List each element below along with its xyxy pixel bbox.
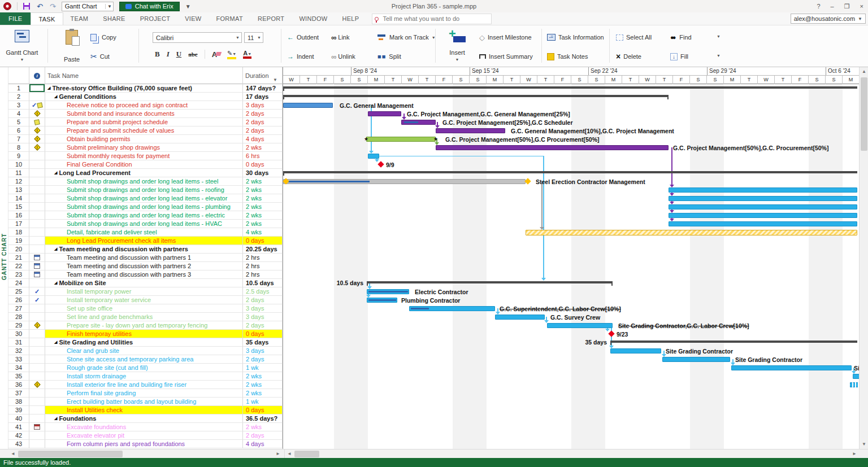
menu-tab-report[interactable]: REPORT <box>250 12 292 25</box>
indicator-cell[interactable] <box>29 177 45 186</box>
milestone-diamond[interactable] <box>524 178 531 184</box>
indicator-cell[interactable] <box>29 423 45 431</box>
duration-cell[interactable]: 2 wks <box>243 194 283 203</box>
row-number[interactable]: 38 <box>8 398 29 406</box>
scroll-down-icon[interactable]: ▼ <box>860 440 868 449</box>
indicator-cell[interactable] <box>29 169 45 177</box>
find-dropdown-arrow[interactable]: ▼ <box>717 34 721 38</box>
duration-cell[interactable]: 1 wk <box>243 398 283 406</box>
copy-button[interactable]: Copy <box>90 31 116 43</box>
task-name-cell[interactable]: Submit shop drawings and order long lead… <box>45 186 243 194</box>
milestone-diamond[interactable] <box>377 161 384 167</box>
row-number[interactable]: 43 <box>8 440 29 448</box>
duration-cell[interactable]: 2 wks <box>243 372 283 381</box>
indicator-cell[interactable]: ! <box>29 143 45 152</box>
menu-tab-team[interactable]: TEAM <box>63 12 96 25</box>
task-name-cell[interactable]: ◢Mobilize on Site <box>45 279 243 287</box>
indicator-cell[interactable] <box>29 364 45 372</box>
find-button[interactable]: ●●Find <box>670 31 692 43</box>
task-name-cell[interactable]: Detail, fabricate and deliver steel <box>45 228 243 237</box>
duration-cell[interactable]: 2 wks <box>243 203 283 211</box>
duration-cell[interactable]: 20.25 days <box>243 245 283 254</box>
row-number[interactable]: 41 <box>8 423 29 431</box>
indicator-cell[interactable] <box>29 372 45 381</box>
header-task-name[interactable]: Task Name ▼ <box>45 67 243 84</box>
indicator-cell[interactable] <box>29 355 45 364</box>
row-number[interactable]: 20 <box>8 245 29 254</box>
duration-cell[interactable]: 36.5 days? <box>243 414 283 423</box>
menu-tab-window[interactable]: WINDOW <box>292 12 335 25</box>
task-bar[interactable] <box>368 154 379 159</box>
duration-cell[interactable]: 2 hrs <box>243 270 283 279</box>
task-name-cell[interactable]: Clear and grub site <box>45 347 243 355</box>
task-bar[interactable] <box>853 374 859 379</box>
menu-tab-project[interactable]: PROJECT <box>133 12 177 25</box>
vertical-scrollbar[interactable]: ▲ ▼ <box>859 67 868 449</box>
row-number[interactable]: 19 <box>8 237 29 245</box>
gantt-chart-view-button[interactable]: Gantt Chart▼ <box>5 28 40 64</box>
indicator-cell[interactable] <box>29 389 45 398</box>
row-number[interactable]: 12 <box>8 177 29 186</box>
scroll-right-icon[interactable]: ► <box>850 449 859 459</box>
indicator-cell[interactable] <box>29 93 45 101</box>
duration-cell[interactable]: 1 wk <box>243 364 283 372</box>
task-name-cell[interactable]: Submit shop drawings and order long lead… <box>45 203 243 211</box>
close-button[interactable]: × <box>860 3 863 10</box>
task-name-cell[interactable]: Excavate elevator pit <box>45 431 243 440</box>
view-selector-dropdown[interactable]: Gantt Chart ▼ <box>62 2 114 11</box>
summary-bar[interactable] <box>610 341 857 343</box>
task-bar[interactable] <box>547 323 613 328</box>
task-bar[interactable] <box>669 221 857 226</box>
task-notes-button[interactable]: Task Notes <box>547 50 588 63</box>
bold-button[interactable]: B <box>155 50 160 59</box>
row-number[interactable]: 40 <box>8 414 29 423</box>
row-number[interactable]: 10 <box>8 160 29 169</box>
table-hscroll-thumb[interactable] <box>18 451 123 457</box>
task-name-cell[interactable]: Erect building batter boards and layout … <box>45 398 243 406</box>
duration-cell[interactable]: 2 wks <box>243 143 283 152</box>
duration-cell[interactable]: 2 wks <box>243 220 283 228</box>
summary-bar[interactable] <box>283 171 857 173</box>
task-bar[interactable] <box>526 230 857 235</box>
task-information-button[interactable]: -≡Task Information <box>547 31 604 43</box>
scroll-left-icon[interactable]: ◄ <box>8 449 18 459</box>
unlink-button[interactable]: ∞Unlink <box>331 50 355 63</box>
duration-cell[interactable]: 2 wks <box>243 186 283 194</box>
indicator-cell[interactable] <box>29 262 45 270</box>
header-indicators[interactable]: i <box>29 67 45 84</box>
font-size-dropdown[interactable]: 11▼ <box>244 32 263 43</box>
duration-cell[interactable]: 0 days <box>243 160 283 169</box>
duration-cell[interactable]: 3 days <box>243 347 283 355</box>
scroll-right-icon[interactable]: ► <box>274 449 283 459</box>
vertical-scroll-thumb[interactable] <box>861 77 867 151</box>
select-all-button[interactable]: Select All <box>616 31 652 43</box>
row-number[interactable]: 29 <box>8 321 29 330</box>
task-bar[interactable] <box>662 357 730 362</box>
menu-tab-file[interactable]: FILE <box>0 12 31 25</box>
task-name-cell[interactable]: Team meeting and discussion with partner… <box>45 254 243 262</box>
duration-cell[interactable]: 2 wks <box>243 211 283 220</box>
row-number[interactable]: 25 <box>8 287 29 296</box>
duration-cell[interactable]: 2 days <box>243 118 283 126</box>
task-name-cell[interactable]: Submit preliminary shop drawings <box>45 143 243 152</box>
row-number[interactable]: 18 <box>8 228 29 237</box>
task-bar[interactable] <box>283 103 333 108</box>
duration-cell[interactable]: 4 days <box>243 440 283 448</box>
duration-cell[interactable]: 4 wks <box>243 228 283 237</box>
row-number[interactable]: 24 <box>8 279 29 287</box>
indicator-cell[interactable] <box>29 237 45 245</box>
paste-button[interactable]: Paste <box>54 28 89 64</box>
scroll-up-icon[interactable]: ▲ <box>860 67 868 76</box>
task-bar[interactable] <box>669 204 857 210</box>
strikethrough-button[interactable]: abc <box>188 51 198 58</box>
milestone-diamond[interactable] <box>608 330 614 337</box>
duration-cell[interactable]: 147 days? <box>243 84 283 93</box>
task-name-cell[interactable]: Set up site office <box>45 304 243 313</box>
collapse-icon[interactable]: ◢ <box>47 86 50 90</box>
task-name-cell[interactable]: Rough grade site (cut and fill) <box>45 364 243 372</box>
task-name-cell[interactable]: Submit shop drawings and order long lead… <box>45 177 243 186</box>
collapse-icon[interactable]: ◢ <box>54 281 57 285</box>
task-name-cell[interactable]: Excavate foundations <box>45 423 243 431</box>
row-number[interactable]: 8 <box>8 143 29 152</box>
duration-cell[interactable]: 2 wks <box>243 177 283 186</box>
